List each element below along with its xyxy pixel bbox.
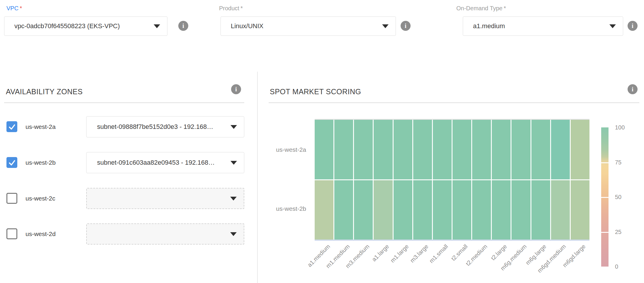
colorbar-segment-gap — [601, 232, 609, 233]
heatmap-cell-us-west-2a-t2.medium — [472, 120, 491, 179]
heatmap-column-label: t2.medium — [449, 243, 489, 283]
az-row-us-west-2b: us-west-2b subnet-091c603aa82e09453 - 19… — [0, 152, 257, 173]
heatmap-cell-us-west-2a-m6gd.medium — [551, 120, 570, 179]
product-info-icon[interactable]: i — [401, 21, 411, 31]
spot-market-scoring-title: SPOT MARKET SCORING — [270, 87, 361, 96]
heatmap-cell-us-west-2a-m6g.medium — [511, 120, 530, 179]
heatmap-cell-us-west-2b-t2.large — [492, 180, 511, 240]
on-demand-type-info-icon[interactable]: i — [628, 21, 638, 31]
heatmap-cell-us-west-2b-t2.small — [453, 180, 471, 240]
on-demand-type-select-value: a1.medium — [473, 22, 505, 30]
heatmap-cell-us-west-2b-m6g.medium — [511, 180, 530, 240]
heatmap-cell-us-west-2a-a1.large — [374, 120, 392, 179]
vpc-label: VPC* — [6, 4, 22, 12]
heatmap-cell-us-west-2b-m1.small — [433, 180, 452, 240]
on-demand-type-label-text: On-Demand Type — [456, 5, 503, 11]
heatmap-cell-us-west-2b-m1.large — [394, 180, 412, 240]
az-checkbox-us-west-2a[interactable] — [6, 121, 17, 132]
heatmap-column-label: m6gd.large — [547, 243, 587, 283]
az-checkbox-us-west-2c[interactable] — [6, 193, 17, 204]
az-row-us-west-2a: us-west-2a subnet-09888f7be5152d0e3 - 19… — [0, 116, 257, 137]
colorbar-tick-label: 50 — [615, 194, 635, 201]
heatmap-cell-us-west-2a-m3.large — [413, 120, 432, 179]
subnet-select-value: subnet-091c603aa82e09453 - 192.168… — [97, 159, 215, 166]
heatmap-cell-us-west-2b-m6g.large — [531, 180, 550, 240]
subnet-select-value: subnet-09888f7be5152d0e3 - 192.168… — [97, 123, 213, 131]
availability-zones-title: AVAILABILITY ZONES — [6, 87, 83, 96]
az-row-us-west-2d: us-west-2d — [0, 223, 257, 245]
heatmap-colorbar — [601, 127, 609, 267]
heatmap-cell-us-west-2a-m1.small — [433, 120, 452, 179]
az-zone-label: us-west-2b — [26, 152, 56, 173]
chevron-down-icon — [230, 232, 237, 236]
heatmap-cell-us-west-2a-m1.large — [394, 120, 412, 179]
az-zone-label: us-west-2d — [26, 223, 56, 245]
heatmap-cell-us-west-2a-a1.medium — [315, 120, 333, 179]
checkmark-icon — [8, 123, 16, 131]
heatmap-row-label: us-west-2b — [252, 205, 306, 214]
on-demand-type-select[interactable]: a1.medium — [463, 16, 623, 36]
on-demand-type-label: On-Demand Type* — [456, 4, 506, 12]
vpc-select-value: vpc-0adcb70f645508223 (EKS-VPC) — [14, 22, 120, 30]
heatmap — [315, 119, 589, 241]
heatmap-column-label: a1.medium — [292, 243, 331, 283]
product-select[interactable]: Linux/UNIX — [221, 16, 396, 36]
subnet-select-us-west-2c[interactable] — [86, 188, 244, 209]
az-checkbox-us-west-2b[interactable] — [6, 157, 17, 168]
heatmap-column-label: m3.medium — [331, 243, 371, 283]
heatmap-cell-us-west-2a-m6gd.large — [571, 120, 589, 179]
heatmap-cell-us-west-2b-m6gd.large — [571, 180, 589, 240]
heatmap-cell-us-west-2a-m3.medium — [354, 120, 373, 179]
heatmap-column-label: m1.medium — [311, 243, 351, 283]
az-zone-label: us-west-2c — [26, 188, 55, 209]
chevron-down-icon — [609, 24, 616, 28]
heatmap-column-label: t2.large — [468, 243, 508, 283]
heatmap-column-label: m1.small — [409, 243, 449, 283]
heatmap-column-label: m6g.medium — [488, 243, 528, 283]
az-checkbox-us-west-2d[interactable] — [6, 228, 17, 239]
colorbar-tick-label: 25 — [615, 229, 635, 235]
chevron-down-icon — [154, 24, 160, 28]
on-demand-type-required-asterisk: * — [504, 5, 506, 11]
colorbar-tick-label: 100 — [615, 124, 635, 131]
chevron-down-icon — [231, 125, 237, 129]
heatmap-cell-us-west-2b-m1.medium — [334, 180, 353, 240]
heatmap-cell-us-west-2b-m6gd.medium — [551, 180, 570, 240]
colorbar-tick-label: 0 — [615, 263, 635, 270]
chevron-down-icon — [231, 161, 237, 165]
checkmark-icon — [8, 159, 16, 166]
colorbar-segment-gap — [601, 162, 609, 163]
heatmap-column-label: t2.small — [429, 243, 469, 283]
heatmap-column-label: m6g.large — [507, 243, 547, 283]
vpc-required-asterisk: * — [20, 5, 22, 11]
heatmap-cell-us-west-2b-a1.medium — [315, 180, 333, 240]
heatmap-cell-us-west-2b-a1.large — [374, 180, 392, 240]
heatmap-column-label: a1.large — [350, 243, 390, 283]
heatmap-cell-us-west-2b-m3.large — [413, 180, 432, 240]
spot-market-scoring-divider — [269, 102, 639, 103]
panel-divider — [257, 72, 258, 283]
chevron-down-icon — [230, 197, 237, 201]
subnet-select-us-west-2a[interactable]: subnet-09888f7be5152d0e3 - 192.168… — [86, 116, 244, 137]
heatmap-cell-us-west-2a-t2.large — [492, 120, 511, 179]
product-select-value: Linux/UNIX — [231, 22, 263, 30]
heatmap-column-label: m1.large — [370, 243, 410, 283]
spot-market-scoring-info-icon[interactable]: i — [628, 84, 638, 94]
subnet-select-us-west-2b[interactable]: subnet-091c603aa82e09453 - 192.168… — [86, 152, 244, 173]
subnet-select-us-west-2d[interactable] — [86, 223, 244, 245]
heatmap-column-label: m3.large — [390, 243, 430, 283]
heatmap-cell-us-west-2b-t2.medium — [472, 180, 491, 240]
colorbar-tick-label: 75 — [615, 159, 635, 166]
heatmap-cell-us-west-2a-t2.small — [453, 120, 471, 179]
vpc-label-text: VPC — [6, 5, 18, 11]
heatmap-cell-us-west-2a-m1.medium — [334, 120, 353, 179]
heatmap-cell-us-west-2a-m6g.large — [531, 120, 550, 179]
az-zone-label: us-west-2a — [26, 116, 56, 137]
vpc-select[interactable]: vpc-0adcb70f645508223 (EKS-VPC) — [4, 16, 167, 36]
availability-zones-info-icon[interactable]: i — [231, 84, 241, 94]
colorbar-segment-gap — [601, 197, 609, 198]
vpc-info-icon[interactable]: i — [178, 21, 188, 31]
heatmap-row-label: us-west-2a — [252, 146, 306, 155]
product-label-text: Product — [219, 5, 239, 11]
heatmap-cell-us-west-2b-m3.medium — [354, 180, 373, 240]
